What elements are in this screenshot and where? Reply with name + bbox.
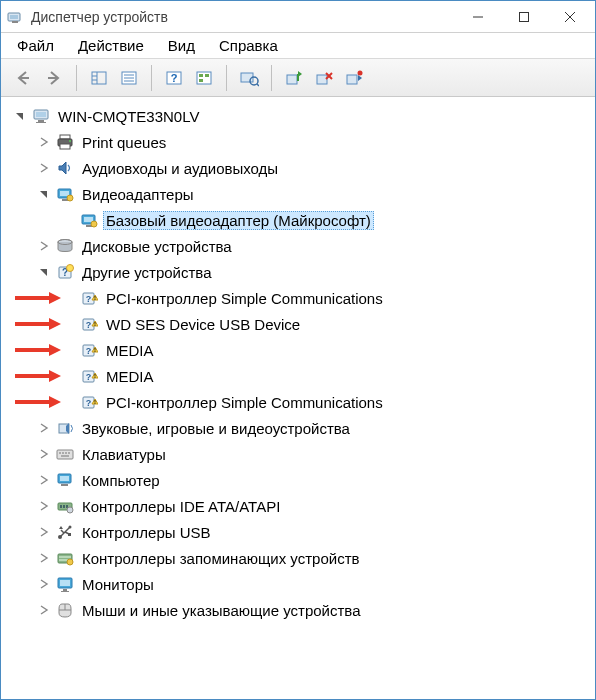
- display-adapter-icon: [55, 184, 75, 204]
- tree-item[interactable]: WIN-CMQTE33N0LV: [5, 103, 593, 129]
- computer-icon: [31, 106, 51, 126]
- tree-toggle-none: [61, 395, 75, 409]
- forward-button[interactable]: [39, 63, 69, 93]
- tree-item-label: Контроллеры запоминающих устройств: [79, 549, 362, 568]
- mouse-icon: [55, 600, 75, 620]
- svg-line-25: [257, 84, 259, 86]
- tree-item[interactable]: Звуковые, игровые и видеоустройства: [5, 415, 593, 441]
- unknown-device-icon: [79, 366, 99, 386]
- tree-item[interactable]: MEDIA: [5, 337, 593, 363]
- tree-item[interactable]: PCI-контроллер Simple Communications: [5, 285, 593, 311]
- tree-toggle[interactable]: [37, 577, 51, 591]
- unknown-device-icon: [79, 314, 99, 334]
- tree-item[interactable]: Мыши и иные указывающие устройства: [5, 597, 593, 623]
- toolbar-separator: [271, 65, 272, 91]
- tree-item-label: WD SES Device USB Device: [103, 315, 303, 334]
- svg-rect-22: [199, 79, 203, 82]
- svg-point-32: [358, 70, 363, 75]
- unknown-device-icon: [79, 288, 99, 308]
- titlebar: Диспетчер устройств: [1, 1, 595, 33]
- scan-hardware-button[interactable]: [234, 63, 264, 93]
- tree-item[interactable]: Контроллеры IDE ATA/ATAPI: [5, 493, 593, 519]
- speaker-icon: [55, 158, 75, 178]
- maximize-button[interactable]: [501, 2, 547, 32]
- tree-item[interactable]: PCI-контроллер Simple Communications: [5, 389, 593, 415]
- tree-item[interactable]: MEDIA: [5, 363, 593, 389]
- tree-item[interactable]: Мониторы: [5, 571, 593, 597]
- tree-toggle[interactable]: [37, 499, 51, 513]
- tree-item-label: Мониторы: [79, 575, 157, 594]
- tree-item-label: Мыши и иные указывающие устройства: [79, 601, 363, 620]
- help-button[interactable]: ?: [159, 63, 189, 93]
- tree-toggle[interactable]: [37, 525, 51, 539]
- view-options-button[interactable]: [189, 63, 219, 93]
- toolbar-separator: [76, 65, 77, 91]
- tree-item-label: Дисковые устройства: [79, 237, 235, 256]
- menu-help[interactable]: Справка: [207, 33, 290, 58]
- tree-toggle[interactable]: [37, 551, 51, 565]
- tree-toggle-none: [61, 317, 75, 331]
- tree-item-label: MEDIA: [103, 341, 157, 360]
- tree-toggle[interactable]: [37, 187, 51, 201]
- tree-item[interactable]: Базовый видеоадаптер (Майкрософт): [5, 207, 593, 233]
- minimize-button[interactable]: [455, 2, 501, 32]
- device-tree[interactable]: WIN-CMQTE33N0LVPrint queuesАудиовходы и …: [1, 97, 595, 629]
- disk-icon: [55, 236, 75, 256]
- tree-toggle[interactable]: [37, 421, 51, 435]
- tree-toggle[interactable]: [37, 161, 51, 175]
- tree-toggle-none: [61, 369, 75, 383]
- svg-rect-31: [347, 75, 357, 84]
- menu-view[interactable]: Вид: [156, 33, 207, 58]
- tree-item-label: Print queues: [79, 133, 169, 152]
- update-driver-button[interactable]: [279, 63, 309, 93]
- properties-button[interactable]: [114, 63, 144, 93]
- tree-toggle[interactable]: [37, 239, 51, 253]
- svg-rect-21: [205, 74, 209, 77]
- computer-category-icon: [55, 470, 75, 490]
- tree-item[interactable]: Контроллеры запоминающих устройств: [5, 545, 593, 571]
- tree-item[interactable]: Компьютер: [5, 467, 593, 493]
- toolbar-separator: [226, 65, 227, 91]
- tree-toggle[interactable]: [37, 447, 51, 461]
- back-button[interactable]: [9, 63, 39, 93]
- tree-item[interactable]: Другие устройства: [5, 259, 593, 285]
- storage-controller-icon: [55, 548, 75, 568]
- tree-toggle[interactable]: [37, 135, 51, 149]
- tree-item[interactable]: Дисковые устройства: [5, 233, 593, 259]
- tree-toggle[interactable]: [37, 265, 51, 279]
- svg-rect-4: [520, 12, 529, 21]
- unknown-device-icon: [79, 340, 99, 360]
- tree-item[interactable]: WD SES Device USB Device: [5, 311, 593, 337]
- tree-toggle-none: [61, 291, 75, 305]
- tree-item[interactable]: Аудиовходы и аудиовыходы: [5, 155, 593, 181]
- tree-toggle[interactable]: [13, 109, 27, 123]
- tree-item[interactable]: Контроллеры USB: [5, 519, 593, 545]
- show-hide-tree-button[interactable]: [84, 63, 114, 93]
- tree-item[interactable]: Print queues: [5, 129, 593, 155]
- display-adapter-icon: [79, 210, 99, 230]
- tree-item-label: Аудиовходы и аудиовыходы: [79, 159, 281, 178]
- tree-item-label: Базовый видеоадаптер (Майкрософт): [103, 211, 374, 230]
- window-title: Диспетчер устройств: [31, 9, 455, 25]
- svg-rect-19: [197, 72, 211, 84]
- monitor-icon: [55, 574, 75, 594]
- tree-item-label: Звуковые, игровые и видеоустройства: [79, 419, 353, 438]
- tree-item-label: MEDIA: [103, 367, 157, 386]
- menu-action[interactable]: Действие: [66, 33, 156, 58]
- tree-toggle-none: [61, 343, 75, 357]
- tree-item-label: Контроллеры USB: [79, 523, 214, 542]
- tree-toggle[interactable]: [37, 473, 51, 487]
- disable-device-button[interactable]: [339, 63, 369, 93]
- tree-item[interactable]: Видеоадаптеры: [5, 181, 593, 207]
- svg-text:?: ?: [171, 72, 178, 84]
- tree-item-label: Клавиатуры: [79, 445, 169, 464]
- svg-rect-20: [199, 74, 203, 77]
- tree-item[interactable]: Клавиатуры: [5, 441, 593, 467]
- tree-item-label: WIN-CMQTE33N0LV: [55, 107, 202, 126]
- close-button[interactable]: [547, 2, 593, 32]
- tree-item-label: Видеоадаптеры: [79, 185, 197, 204]
- menu-file[interactable]: Файл: [5, 33, 66, 58]
- ide-icon: [55, 496, 75, 516]
- uninstall-device-button[interactable]: [309, 63, 339, 93]
- tree-toggle[interactable]: [37, 603, 51, 617]
